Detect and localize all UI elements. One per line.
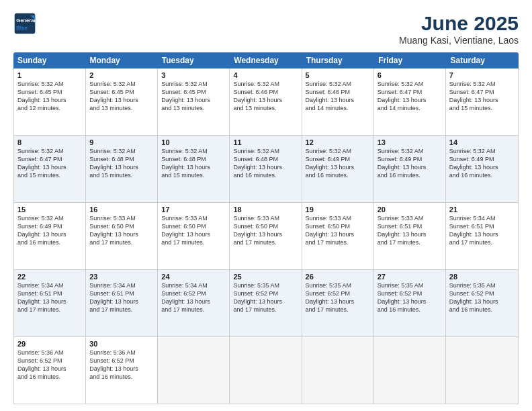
day-number: 8 <box>17 138 82 146</box>
day-info: Sunrise: 5:32 AM Sunset: 6:49 PM Dayligh… <box>449 147 515 180</box>
day-number: 7 <box>449 71 515 79</box>
day-info: Sunrise: 5:32 AM Sunset: 6:48 PM Dayligh… <box>233 147 298 180</box>
calendar-cell: 18Sunrise: 5:33 AM Sunset: 6:50 PM Dayli… <box>230 203 302 269</box>
calendar-cell: 30Sunrise: 5:36 AM Sunset: 6:52 PM Dayli… <box>86 337 158 404</box>
calendar-body: 1Sunrise: 5:32 AM Sunset: 6:45 PM Daylig… <box>13 68 519 404</box>
day-info: Sunrise: 5:33 AM Sunset: 6:50 PM Dayligh… <box>306 214 370 247</box>
title-block: June 2025 Muang Kasi, Vientiane, Laos <box>399 12 519 46</box>
header-wednesday: Wednesday <box>230 52 302 68</box>
day-info: Sunrise: 5:33 AM Sunset: 6:50 PM Dayligh… <box>161 214 226 247</box>
calendar-row: 8Sunrise: 5:32 AM Sunset: 6:47 PM Daylig… <box>14 136 518 203</box>
calendar-cell: 27Sunrise: 5:35 AM Sunset: 6:52 PM Dayli… <box>374 270 446 336</box>
day-info: Sunrise: 5:35 AM Sunset: 6:52 PM Dayligh… <box>306 281 370 314</box>
day-info: Sunrise: 5:34 AM Sunset: 6:51 PM Dayligh… <box>89 281 154 314</box>
day-info: Sunrise: 5:32 AM Sunset: 6:47 PM Dayligh… <box>378 80 442 113</box>
calendar-cell: 5Sunrise: 5:32 AM Sunset: 6:46 PM Daylig… <box>302 68 374 135</box>
day-number: 26 <box>306 273 370 281</box>
day-info: Sunrise: 5:32 AM Sunset: 6:47 PM Dayligh… <box>17 147 82 180</box>
day-number: 25 <box>233 273 298 281</box>
calendar-row: 1Sunrise: 5:32 AM Sunset: 6:45 PM Daylig… <box>14 68 518 136</box>
day-number: 28 <box>449 273 515 281</box>
day-number: 10 <box>161 138 226 146</box>
calendar-cell: 28Sunrise: 5:35 AM Sunset: 6:52 PM Dayli… <box>446 270 518 336</box>
header-saturday: Saturday <box>447 52 519 68</box>
day-number: 29 <box>17 340 82 348</box>
day-number: 27 <box>378 273 442 281</box>
logo: General Blue <box>13 12 36 35</box>
calendar-header: Sunday Monday Tuesday Wednesday Thursday… <box>13 52 519 68</box>
day-number: 9 <box>89 138 154 146</box>
svg-text:General: General <box>16 17 35 24</box>
day-info: Sunrise: 5:32 AM Sunset: 6:49 PM Dayligh… <box>17 214 82 247</box>
calendar-cell: 15Sunrise: 5:32 AM Sunset: 6:49 PM Dayli… <box>14 203 86 269</box>
calendar-cell <box>374 337 446 404</box>
calendar-cell: 20Sunrise: 5:33 AM Sunset: 6:51 PM Dayli… <box>374 203 446 269</box>
calendar-cell: 13Sunrise: 5:32 AM Sunset: 6:49 PM Dayli… <box>374 136 446 202</box>
header-monday: Monday <box>85 52 157 68</box>
day-number: 1 <box>17 71 82 79</box>
calendar-cell: 22Sunrise: 5:34 AM Sunset: 6:51 PM Dayli… <box>14 270 86 336</box>
day-info: Sunrise: 5:34 AM Sunset: 6:51 PM Dayligh… <box>449 214 515 247</box>
calendar-cell: 3Sunrise: 5:32 AM Sunset: 6:45 PM Daylig… <box>158 68 230 135</box>
calendar-row: 15Sunrise: 5:32 AM Sunset: 6:49 PM Dayli… <box>14 203 518 270</box>
calendar-cell <box>230 337 302 404</box>
day-info: Sunrise: 5:34 AM Sunset: 6:52 PM Dayligh… <box>161 281 226 314</box>
day-info: Sunrise: 5:34 AM Sunset: 6:51 PM Dayligh… <box>17 281 82 314</box>
day-info: Sunrise: 5:35 AM Sunset: 6:52 PM Dayligh… <box>378 281 442 314</box>
day-number: 11 <box>233 138 298 146</box>
day-number: 24 <box>161 273 226 281</box>
day-info: Sunrise: 5:35 AM Sunset: 6:52 PM Dayligh… <box>449 281 515 314</box>
header-friday: Friday <box>374 52 446 68</box>
day-info: Sunrise: 5:32 AM Sunset: 6:48 PM Dayligh… <box>89 147 154 180</box>
day-info: Sunrise: 5:32 AM Sunset: 6:46 PM Dayligh… <box>306 80 370 113</box>
calendar-cell: 7Sunrise: 5:32 AM Sunset: 6:47 PM Daylig… <box>446 68 518 135</box>
header-sunday: Sunday <box>13 52 85 68</box>
day-info: Sunrise: 5:33 AM Sunset: 6:51 PM Dayligh… <box>378 214 442 247</box>
day-number: 30 <box>89 340 154 348</box>
calendar-row: 22Sunrise: 5:34 AM Sunset: 6:51 PM Dayli… <box>14 270 518 337</box>
day-number: 6 <box>378 71 442 79</box>
calendar: Sunday Monday Tuesday Wednesday Thursday… <box>13 52 519 404</box>
day-number: 3 <box>161 71 226 79</box>
day-info: Sunrise: 5:36 AM Sunset: 6:52 PM Dayligh… <box>89 349 154 381</box>
day-info: Sunrise: 5:32 AM Sunset: 6:47 PM Dayligh… <box>449 80 515 113</box>
day-info: Sunrise: 5:32 AM Sunset: 6:48 PM Dayligh… <box>161 147 226 180</box>
calendar-cell: 11Sunrise: 5:32 AM Sunset: 6:48 PM Dayli… <box>230 136 302 202</box>
calendar-cell: 23Sunrise: 5:34 AM Sunset: 6:51 PM Dayli… <box>86 270 158 336</box>
day-number: 2 <box>89 71 154 79</box>
calendar-cell: 2Sunrise: 5:32 AM Sunset: 6:45 PM Daylig… <box>86 68 158 135</box>
logo-icon: General Blue <box>13 12 36 35</box>
calendar-cell: 17Sunrise: 5:33 AM Sunset: 6:50 PM Dayli… <box>158 203 230 269</box>
day-number: 17 <box>161 205 226 214</box>
calendar-cell <box>446 337 518 404</box>
day-info: Sunrise: 5:32 AM Sunset: 6:45 PM Dayligh… <box>89 80 154 113</box>
calendar-cell: 6Sunrise: 5:32 AM Sunset: 6:47 PM Daylig… <box>374 68 446 135</box>
day-number: 14 <box>449 138 515 146</box>
calendar-cell: 8Sunrise: 5:32 AM Sunset: 6:47 PM Daylig… <box>14 136 86 202</box>
calendar-cell: 16Sunrise: 5:33 AM Sunset: 6:50 PM Dayli… <box>86 203 158 269</box>
calendar-cell: 26Sunrise: 5:35 AM Sunset: 6:52 PM Dayli… <box>302 270 374 336</box>
calendar-cell: 14Sunrise: 5:32 AM Sunset: 6:49 PM Dayli… <box>446 136 518 202</box>
day-number: 4 <box>233 71 298 79</box>
day-number: 15 <box>17 205 82 214</box>
calendar-cell: 21Sunrise: 5:34 AM Sunset: 6:51 PM Dayli… <box>446 203 518 269</box>
header-tuesday: Tuesday <box>158 52 230 68</box>
calendar-cell: 12Sunrise: 5:32 AM Sunset: 6:49 PM Dayli… <box>302 136 374 202</box>
day-number: 20 <box>378 205 442 214</box>
calendar-cell: 1Sunrise: 5:32 AM Sunset: 6:45 PM Daylig… <box>14 68 86 135</box>
day-number: 18 <box>233 205 298 214</box>
day-info: Sunrise: 5:32 AM Sunset: 6:45 PM Dayligh… <box>17 80 82 113</box>
calendar-cell: 25Sunrise: 5:35 AM Sunset: 6:52 PM Dayli… <box>230 270 302 336</box>
calendar-cell <box>302 337 374 404</box>
calendar-cell: 4Sunrise: 5:32 AM Sunset: 6:46 PM Daylig… <box>230 68 302 135</box>
page: General Blue June 2025 Muang Kasi, Vient… <box>0 0 532 411</box>
day-number: 19 <box>306 205 370 214</box>
calendar-cell: 10Sunrise: 5:32 AM Sunset: 6:48 PM Dayli… <box>158 136 230 202</box>
header: General Blue June 2025 Muang Kasi, Vient… <box>13 12 519 46</box>
header-thursday: Thursday <box>302 52 374 68</box>
day-number: 16 <box>89 205 154 214</box>
main-title: June 2025 <box>399 12 519 35</box>
day-number: 21 <box>449 205 515 214</box>
calendar-row: 29Sunrise: 5:36 AM Sunset: 6:52 PM Dayli… <box>14 337 518 404</box>
day-info: Sunrise: 5:32 AM Sunset: 6:45 PM Dayligh… <box>161 80 226 113</box>
